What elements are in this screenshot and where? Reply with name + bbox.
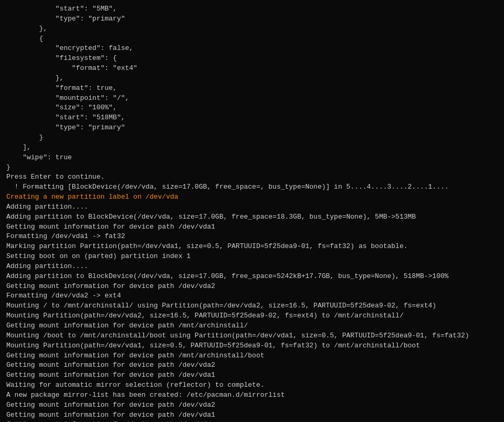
terminal-line: Getting mount information for device pat… — [6, 361, 498, 370]
terminal-line: Adding partition.... — [6, 202, 498, 212]
terminal-line: "encrypted": false, — [6, 44, 498, 54]
terminal-line: Getting mount information for device pat… — [6, 222, 498, 232]
terminal-line: Getting mount information for device pat… — [6, 321, 498, 331]
terminal-line: Getting mount information for device pat… — [6, 282, 498, 292]
terminal-line: "format": true, — [6, 84, 498, 94]
terminal-line: Mounting Partition(path=/dev/vda2, size=… — [6, 311, 498, 321]
terminal-line: }, — [6, 24, 498, 34]
terminal-line: Formatting /dev/vda1 -> fat32 — [6, 232, 498, 242]
terminal-line: ], — [6, 143, 498, 153]
terminal-line: "wipe": true — [6, 153, 498, 163]
terminal-line: Formatting /dev/vda2 -> ext4 — [6, 291, 498, 301]
terminal-line: Getting mount information for device pat… — [6, 351, 498, 361]
terminal-line: A new package mirror-list has been creat… — [6, 390, 498, 400]
terminal-line: Getting mount information for device pat… — [6, 420, 498, 422]
terminal-line: Adding partition to BlockDevice(/dev/vda… — [6, 212, 498, 222]
terminal-line: "format": "ext4" — [6, 64, 498, 74]
terminal-line: "size": "100%", — [6, 103, 498, 113]
terminal-line: Adding partition to BlockDevice(/dev/vda… — [6, 272, 498, 282]
terminal-line: Setting boot on on (parted) partition in… — [6, 252, 498, 262]
terminal-line: Waiting for automatic mirror selection (… — [6, 380, 498, 390]
terminal-line: Press Enter to continue. — [6, 172, 498, 182]
terminal-line: }, — [6, 74, 498, 84]
terminal-line: "start": "518MB", — [6, 113, 498, 123]
terminal-line: ! Formatting [BlockDevice(/dev/vda, size… — [6, 182, 498, 192]
terminal-line: "type": "primary" — [6, 14, 498, 24]
terminal-line: Creating a new partition label on /dev/v… — [6, 192, 498, 202]
terminal-line: "mountpoint": "/", — [6, 94, 498, 104]
terminal-line: } — [6, 133, 498, 143]
terminal-line: Mounting / to /mnt/archinstall/ using Pa… — [6, 301, 498, 311]
terminal-line: Mounting /boot to /mnt/archinstall/boot … — [6, 331, 498, 341]
terminal-line: Getting mount information for device pat… — [6, 410, 498, 420]
terminal-line: "type": "primary" — [6, 123, 498, 133]
terminal-line: Adding partition.... — [6, 262, 498, 272]
terminal-line: { — [6, 34, 498, 44]
terminal-line: Getting mount information for device pat… — [6, 370, 498, 380]
terminal-line: } — [6, 163, 498, 173]
terminal-line: "start": "5MB", — [6, 4, 498, 14]
terminal-output: "start": "5MB", "type": "primary" }, { "… — [6, 4, 498, 422]
terminal-line: Getting mount information for device pat… — [6, 400, 498, 410]
terminal-line: Marking partition Partition(path=/dev/vd… — [6, 242, 498, 252]
terminal-line: Mounting Partition(path=/dev/vda1, size=… — [6, 341, 498, 351]
terminal-line: "filesystem": { — [6, 54, 498, 64]
